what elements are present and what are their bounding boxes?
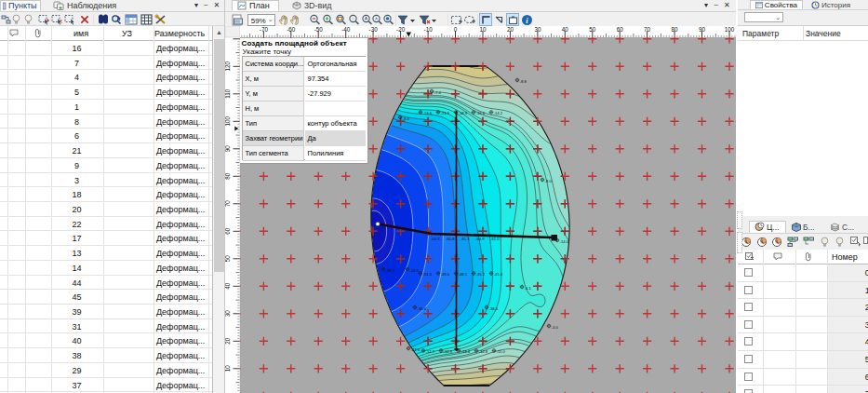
svg-text:20: 20 — [225, 337, 231, 345]
svg-text:-60.8: -60.8 — [446, 237, 455, 241]
svg-text:-64.3: -64.3 — [431, 237, 440, 241]
svg-text:10: 10 — [479, 26, 487, 33]
svg-text:110: 110 — [225, 88, 231, 99]
svg-text:80: 80 — [672, 26, 679, 33]
svg-text:-61.0: -61.0 — [490, 237, 500, 241]
svg-text:50: 50 — [225, 255, 231, 263]
svg-text:120: 120 — [225, 61, 231, 72]
svg-text:-12.6: -12.6 — [444, 349, 453, 354]
svg-text:-7.4: -7.4 — [434, 90, 442, 95]
svg-text:-45.2: -45.2 — [476, 272, 486, 277]
svg-text:-41.0: -41.0 — [494, 272, 503, 277]
svg-text:30: 30 — [225, 310, 231, 318]
svg-text:-16.6: -16.6 — [476, 111, 486, 115]
svg-text:40: 40 — [225, 282, 231, 290]
svg-text:60: 60 — [225, 227, 231, 235]
svg-text:-44.6: -44.6 — [410, 268, 420, 273]
svg-text:-14.0: -14.0 — [560, 239, 569, 244]
svg-text:-10: -10 — [424, 26, 434, 33]
svg-text:-8.0: -8.0 — [545, 179, 553, 183]
svg-text:-18.9: -18.9 — [459, 111, 468, 115]
svg-text:-61.3: -61.3 — [461, 237, 470, 241]
svg-text:90: 90 — [225, 145, 231, 153]
svg-text:-38.5: -38.5 — [489, 306, 499, 311]
svg-text:-4.0: -4.0 — [552, 325, 559, 330]
svg-text:-6.1: -6.1 — [525, 286, 532, 291]
svg-text:40: 40 — [562, 26, 569, 33]
svg-text:-48.1: -48.1 — [459, 272, 468, 277]
svg-text:-38.6: -38.6 — [386, 268, 395, 273]
svg-text:-9.4: -9.4 — [403, 116, 410, 121]
svg-text:-36.6: -36.6 — [418, 306, 427, 311]
svg-text:0: 0 — [454, 26, 458, 33]
svg-text:-49.0: -49.0 — [441, 272, 450, 277]
svg-text:-60: -60 — [287, 26, 296, 33]
svg-text:-30: -30 — [369, 26, 379, 33]
svg-text:20: 20 — [507, 26, 514, 33]
svg-text:-40: -40 — [341, 26, 351, 33]
svg-text:-12.8: -12.8 — [479, 349, 488, 354]
svg-text:50: 50 — [589, 26, 596, 33]
svg-text:-13.4: -13.4 — [461, 349, 471, 354]
svg-text:-70: -70 — [260, 26, 269, 33]
svg-text:70: 70 — [644, 26, 651, 33]
svg-text:-51.5: -51.5 — [423, 272, 433, 277]
svg-text:-21.5: -21.5 — [441, 111, 450, 115]
svg-text:60: 60 — [617, 26, 624, 33]
svg-text:90: 90 — [699, 26, 706, 33]
svg-text:-60.9: -60.9 — [475, 237, 485, 241]
svg-text:-50: -50 — [314, 26, 324, 33]
svg-text:-14.2: -14.2 — [494, 111, 503, 115]
svg-text:-11.0: -11.0 — [497, 349, 506, 354]
svg-text:10: 10 — [225, 365, 231, 373]
svg-text:30: 30 — [534, 26, 541, 33]
svg-text:-12.7: -12.7 — [426, 349, 435, 354]
svg-text:80: 80 — [225, 172, 231, 180]
svg-text:100: 100 — [225, 116, 231, 127]
svg-text:-13.6: -13.6 — [423, 111, 433, 115]
svg-text:70: 70 — [225, 200, 231, 208]
svg-text:100: 100 — [725, 26, 735, 33]
svg-text:-27.5: -27.5 — [411, 347, 421, 352]
svg-text:-8.8: -8.8 — [520, 79, 527, 84]
svg-text:-20: -20 — [396, 26, 406, 33]
